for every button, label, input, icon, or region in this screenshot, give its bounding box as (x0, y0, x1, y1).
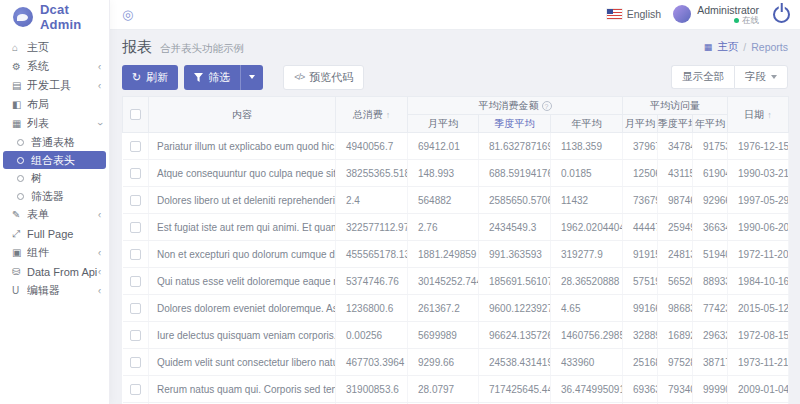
column-header-consume-year[interactable]: 年平均 (551, 115, 623, 133)
cell-visits-month: 444476 (623, 214, 658, 241)
fields-dropdown-button[interactable]: 字段 (734, 65, 788, 89)
filter-button[interactable]: 筛选 (184, 65, 263, 90)
group-header-avg-visits: 平均访问量 (623, 97, 728, 115)
user-menu[interactable]: Administrator 在线 (673, 4, 759, 26)
funnel-icon (194, 73, 203, 82)
sidebar-item-normal-table[interactable]: 普通表格 (3, 133, 106, 151)
cell-total: 1236800.6 (336, 295, 408, 322)
filter-dropdown-toggle[interactable] (240, 65, 263, 90)
cell-consume-month: 30145252.744946 (408, 268, 479, 295)
table-row: Iure delectus quisquam veniam corporis. … (123, 322, 789, 349)
table-row: Quidem velit sunt consectetur libero nat… (123, 349, 789, 376)
cell-consume-quarter: 2585650.5706111 (479, 187, 551, 214)
cell-consume-year: 11432 (551, 187, 623, 214)
sidebar-item-form[interactable]: ✎表单› (0, 205, 109, 224)
column-header-total[interactable]: 总消费↑ (336, 97, 408, 133)
column-header-consume-month[interactable]: 月平均 (408, 115, 479, 133)
cell-visits-year: 387179 (693, 349, 728, 376)
sort-asc-icon: ↑ (767, 110, 772, 120)
table-row: Rerum natus quam qui. Corporis sed tenet… (123, 376, 789, 403)
cell-consume-month: 69412.01 (408, 133, 479, 160)
select-all-checkbox[interactable] (130, 109, 141, 120)
row-checkbox[interactable] (130, 303, 141, 314)
breadcrumb-separator: / (743, 41, 746, 53)
cell-visits-month: 328899 (623, 322, 658, 349)
show-all-button[interactable]: 显示全部 (671, 65, 734, 89)
sidebar-item-lists[interactable]: ▦列表› (0, 114, 109, 133)
sidebar-item-system[interactable]: ⚙系统› (0, 57, 109, 76)
sidebar-item-combined-header[interactable]: 组合表头 (3, 151, 106, 169)
brand-name: Dcat Admin (40, 2, 109, 32)
cell-date: 1990-06-20 (728, 214, 789, 241)
preview-code-button[interactable]: </> 预览代码 (283, 65, 364, 90)
cell-consume-month: 261367.2 (408, 295, 479, 322)
cell-content: Non et excepturi quo dolorum cumque dolo… (149, 241, 336, 268)
column-header-visits-month[interactable]: 月平均 (623, 115, 658, 133)
table-row: Qui natus esse velit doloremque eaque ne… (123, 268, 789, 295)
page-title: 报表 (122, 38, 152, 57)
row-checkbox[interactable] (130, 384, 141, 395)
cell-total: 455565178.13578 (336, 241, 408, 268)
chevron-left-icon: › (98, 248, 101, 258)
row-checkbox[interactable] (130, 249, 141, 260)
row-checkbox[interactable] (130, 168, 141, 179)
sidebar-item-data-from-api[interactable]: ⛁Data From Api› (0, 262, 109, 281)
circle-icon (17, 157, 24, 164)
brand[interactable]: Dcat Admin (0, 0, 109, 34)
topbar: ◎ English Administrator 在线 (110, 0, 800, 30)
cell-content: Atque consequuntur quo culpa neque sit i… (149, 160, 336, 187)
table-row: Est fugiat iste aut rem qui animi. Et qu… (123, 214, 789, 241)
cell-visits-quarter: 987465 (658, 187, 693, 214)
row-checkbox[interactable] (130, 195, 141, 206)
column-header-date[interactable]: 日期↑ (728, 97, 789, 133)
cell-date: 1990-03-21 (728, 160, 789, 187)
cell-consume-year: 0.0185 (551, 160, 623, 187)
cell-consume-month: 564882 (408, 187, 479, 214)
cell-consume-quarter: 96624.1357264 (479, 322, 551, 349)
breadcrumb-current: Reports (751, 41, 788, 53)
cell-consume-year: 433960 (551, 349, 623, 376)
refresh-button[interactable]: ↻ 刷新 (122, 65, 178, 90)
app-window: Dcat Admin ⌂主页⚙系统›▤开发工具›◧布局▦列表›普通表格组合表头树… (0, 0, 800, 404)
cell-total: 467703.3964 (336, 349, 408, 376)
language-selector[interactable]: English (607, 8, 661, 20)
row-checkbox[interactable] (130, 357, 141, 368)
sidebar-item-layout[interactable]: ◧布局 (0, 95, 109, 114)
column-header-consume-quarter[interactable]: 季度平均 (479, 115, 551, 133)
cell-date: 2015-05-12 (728, 295, 789, 322)
row-checkbox[interactable] (130, 222, 141, 233)
table-row: Pariatur illum ut explicabo eum quod hic… (123, 133, 789, 160)
sidebar-item-dev-tools[interactable]: ▤开发工具› (0, 76, 109, 95)
cell-content: Iure delectus quisquam veniam corporis. … (149, 322, 336, 349)
sidebar-toggle-icon[interactable]: ◎ (122, 8, 133, 21)
power-icon[interactable] (773, 6, 790, 23)
sidebar-item-selector[interactable]: 筛选器 (3, 187, 106, 205)
cell-total: 0.00256 (336, 322, 408, 349)
sidebar-item-editor[interactable]: U编辑器› (0, 281, 109, 300)
breadcrumb-home[interactable]: 主页 (717, 40, 738, 54)
user-name: Administrator (697, 4, 759, 16)
column-header-visits-year[interactable]: 年平均 (693, 115, 728, 133)
editor-icon: U (12, 285, 27, 296)
cell-content: Rerum natus quam qui. Corporis sed tenet… (149, 376, 336, 403)
row-checkbox[interactable] (130, 141, 141, 152)
sidebar-item-components[interactable]: ▣组件› (0, 243, 109, 262)
column-header-visits-quarter[interactable]: 季度平均 (658, 115, 693, 133)
group-header-avg-consume: 平均消费金额? (408, 97, 623, 115)
cell-consume-quarter: 688.59194176 (479, 160, 551, 187)
sidebar-item-full-page[interactable]: ⤢Full Page (0, 224, 109, 243)
cell-visits-year: 917537 (693, 133, 728, 160)
sidebar-item-home[interactable]: ⌂主页 (0, 38, 109, 57)
expand-icon: ⤢ (12, 228, 27, 240)
cell-visits-month: 736799 (623, 187, 658, 214)
cell-visits-year: 619045 (693, 160, 728, 187)
cell-content: Est fugiat iste aut rem qui animi. Et qu… (149, 214, 336, 241)
database-icon: ⛁ (12, 266, 27, 277)
circle-icon (17, 175, 24, 182)
chevron-down-icon (249, 75, 255, 79)
cell-consume-quarter: 717425645.4431 (479, 376, 551, 403)
sidebar-item-tree[interactable]: 树 (3, 169, 106, 187)
row-checkbox[interactable] (130, 330, 141, 341)
cell-visits-month: 12506 (623, 160, 658, 187)
row-checkbox[interactable] (130, 276, 141, 287)
